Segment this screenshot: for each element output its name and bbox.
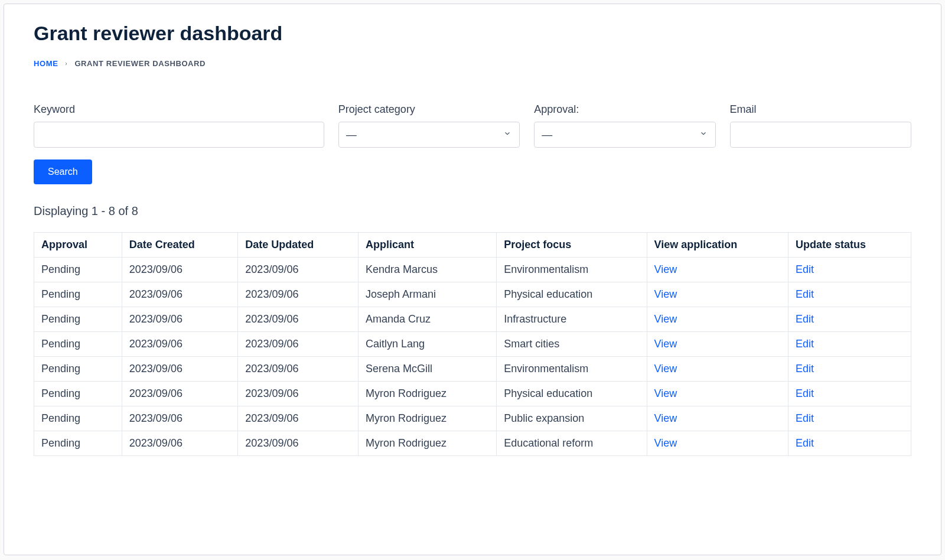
- cell-edit: Edit: [788, 406, 911, 431]
- edit-link[interactable]: Edit: [796, 263, 814, 275]
- edit-link[interactable]: Edit: [796, 437, 814, 449]
- edit-link[interactable]: Edit: [796, 313, 814, 325]
- view-link[interactable]: View: [654, 313, 677, 325]
- cell-project-focus: Physical education: [497, 282, 647, 307]
- table-row: Pending2023/09/062023/09/06Myron Rodrigu…: [34, 431, 911, 456]
- cell-edit: Edit: [788, 357, 911, 382]
- cell-approval: Pending: [34, 357, 122, 382]
- col-update-status: Update status: [788, 233, 911, 258]
- cell-applicant: Myron Rodriguez: [359, 431, 497, 456]
- category-select[interactable]: —: [338, 122, 520, 148]
- category-label: Project category: [338, 103, 520, 116]
- cell-edit: Edit: [788, 332, 911, 357]
- cell-edit: Edit: [788, 282, 911, 307]
- cell-project-focus: Physical education: [497, 382, 647, 406]
- view-link[interactable]: View: [654, 388, 677, 399]
- approval-field-group: Approval: —: [534, 103, 715, 148]
- cell-view: View: [647, 382, 788, 406]
- cell-project-focus: Public expansion: [497, 406, 647, 431]
- page-title: Grant reviewer dashboard: [34, 22, 911, 45]
- keyword-input[interactable]: [34, 122, 324, 148]
- table-row: Pending2023/09/062023/09/06Myron Rodrigu…: [34, 382, 911, 406]
- cell-applicant: Myron Rodriguez: [359, 406, 497, 431]
- cell-date-updated: 2023/09/06: [238, 406, 359, 431]
- table-row: Pending2023/09/062023/09/06Joseph Armani…: [34, 282, 911, 307]
- breadcrumb: HOME GRANT REVIEWER DASHBOARD: [34, 59, 911, 68]
- col-view-application: View application: [647, 233, 788, 258]
- cell-view: View: [647, 258, 788, 282]
- cell-date-updated: 2023/09/06: [238, 431, 359, 456]
- cell-approval: Pending: [34, 382, 122, 406]
- col-date-created: Date Created: [122, 233, 238, 258]
- breadcrumb-home-link[interactable]: HOME: [34, 59, 58, 68]
- view-link[interactable]: View: [654, 263, 677, 275]
- cell-date-updated: 2023/09/06: [238, 357, 359, 382]
- cell-view: View: [647, 406, 788, 431]
- applications-table: Approval Date Created Date Updated Appli…: [34, 232, 911, 456]
- cell-applicant: Myron Rodriguez: [359, 382, 497, 406]
- cell-approval: Pending: [34, 332, 122, 357]
- cell-date-updated: 2023/09/06: [238, 258, 359, 282]
- cell-approval: Pending: [34, 406, 122, 431]
- cell-project-focus: Environmentalism: [497, 258, 647, 282]
- cell-approval: Pending: [34, 258, 122, 282]
- col-project-focus: Project focus: [497, 233, 647, 258]
- cell-applicant: Caitlyn Lang: [359, 332, 497, 357]
- cell-date-created: 2023/09/06: [122, 332, 238, 357]
- view-link[interactable]: View: [654, 437, 677, 449]
- cell-date-created: 2023/09/06: [122, 258, 238, 282]
- col-date-updated: Date Updated: [238, 233, 359, 258]
- table-row: Pending2023/09/062023/09/06Kendra Marcus…: [34, 258, 911, 282]
- breadcrumb-current: GRANT REVIEWER DASHBOARD: [74, 59, 206, 68]
- cell-project-focus: Environmentalism: [497, 357, 647, 382]
- cell-view: View: [647, 307, 788, 332]
- cell-view: View: [647, 332, 788, 357]
- cell-date-created: 2023/09/06: [122, 382, 238, 406]
- view-link[interactable]: View: [654, 338, 677, 350]
- edit-link[interactable]: Edit: [796, 338, 814, 350]
- page-frame: Grant reviewer dashboard HOME GRANT REVI…: [4, 4, 941, 555]
- edit-link[interactable]: Edit: [796, 412, 814, 424]
- cell-approval: Pending: [34, 307, 122, 332]
- category-field-group: Project category —: [338, 103, 520, 148]
- cell-date-created: 2023/09/06: [122, 282, 238, 307]
- view-link[interactable]: View: [654, 288, 677, 300]
- cell-date-created: 2023/09/06: [122, 307, 238, 332]
- view-link[interactable]: View: [654, 412, 677, 424]
- table-row: Pending2023/09/062023/09/06Myron Rodrigu…: [34, 406, 911, 431]
- cell-date-updated: 2023/09/06: [238, 307, 359, 332]
- cell-view: View: [647, 357, 788, 382]
- email-field-group: Email: [730, 103, 911, 148]
- edit-link[interactable]: Edit: [796, 288, 814, 300]
- table-row: Pending2023/09/062023/09/06Serena McGill…: [34, 357, 911, 382]
- cell-date-created: 2023/09/06: [122, 357, 238, 382]
- cell-date-updated: 2023/09/06: [238, 382, 359, 406]
- cell-view: View: [647, 282, 788, 307]
- view-link[interactable]: View: [654, 363, 677, 375]
- chevron-right-icon: [64, 60, 69, 68]
- cell-date-updated: 2023/09/06: [238, 332, 359, 357]
- cell-applicant: Serena McGill: [359, 357, 497, 382]
- keyword-field-group: Keyword: [34, 103, 324, 148]
- approval-select[interactable]: —: [534, 122, 715, 148]
- results-count: Displaying 1 - 8 of 8: [34, 204, 911, 218]
- keyword-label: Keyword: [34, 103, 324, 116]
- cell-project-focus: Infrastructure: [497, 307, 647, 332]
- cell-approval: Pending: [34, 431, 122, 456]
- edit-link[interactable]: Edit: [796, 388, 814, 399]
- email-input[interactable]: [730, 122, 911, 148]
- cell-project-focus: Educational reform: [497, 431, 647, 456]
- cell-date-created: 2023/09/06: [122, 406, 238, 431]
- search-button[interactable]: Search: [34, 159, 92, 184]
- cell-date-updated: 2023/09/06: [238, 282, 359, 307]
- table-row: Pending2023/09/062023/09/06Caitlyn LangS…: [34, 332, 911, 357]
- cell-edit: Edit: [788, 382, 911, 406]
- cell-edit: Edit: [788, 307, 911, 332]
- edit-link[interactable]: Edit: [796, 363, 814, 375]
- col-approval: Approval: [34, 233, 122, 258]
- table-row: Pending2023/09/062023/09/06Amanda CruzIn…: [34, 307, 911, 332]
- approval-label: Approval:: [534, 103, 715, 116]
- cell-approval: Pending: [34, 282, 122, 307]
- cell-edit: Edit: [788, 431, 911, 456]
- col-applicant: Applicant: [359, 233, 497, 258]
